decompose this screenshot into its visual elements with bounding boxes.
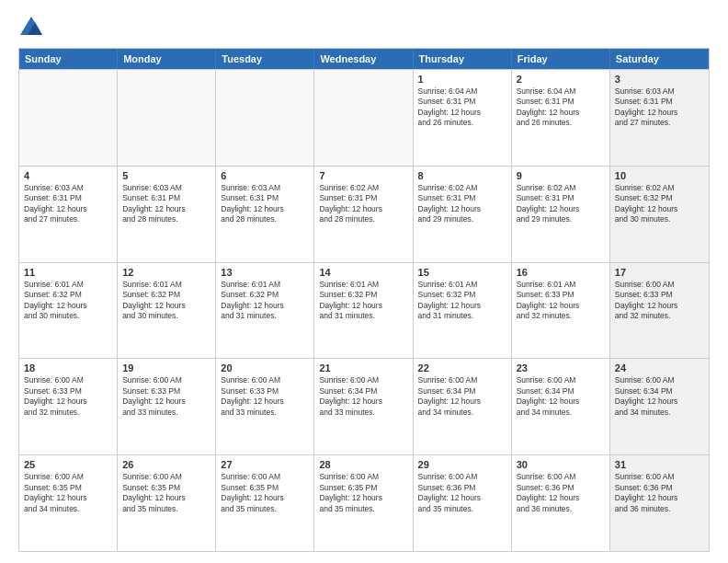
calendar-header: SundayMondayTuesdayWednesdayThursdayFrid… [19,49,709,69]
cal-cell [314,70,413,166]
cell-info: Sunrise: 6:00 AM Sunset: 6:33 PM Dayligh… [221,375,309,418]
cell-info: Sunrise: 6:00 AM Sunset: 6:35 PM Dayligh… [122,472,210,514]
cell-info: Sunrise: 6:03 AM Sunset: 6:31 PM Dayligh… [221,183,309,225]
cal-cell: 22Sunrise: 6:00 AM Sunset: 6:34 PM Dayli… [414,359,512,454]
day-number: 14 [319,267,407,278]
cell-info: Sunrise: 6:01 AM Sunset: 6:32 PM Dayligh… [122,280,210,322]
day-number: 17 [615,267,704,278]
day-number: 19 [122,362,210,373]
day-number: 12 [122,267,210,278]
cell-info: Sunrise: 6:01 AM Sunset: 6:32 PM Dayligh… [24,280,112,322]
day-number: 10 [615,170,704,181]
cell-info: Sunrise: 6:01 AM Sunset: 6:32 PM Dayligh… [418,280,506,322]
cal-row: 11Sunrise: 6:01 AM Sunset: 6:32 PM Dayli… [19,262,709,359]
cal-cell: 12Sunrise: 6:01 AM Sunset: 6:32 PM Dayli… [118,263,216,359]
day-number: 20 [221,362,309,373]
day-number: 16 [517,267,605,278]
cell-info: Sunrise: 6:04 AM Sunset: 6:31 PM Dayligh… [418,86,506,129]
cal-cell: 4Sunrise: 6:03 AM Sunset: 6:31 PM Daylig… [19,167,118,262]
header [18,15,710,40]
cell-info: Sunrise: 6:00 AM Sunset: 6:33 PM Dayligh… [24,375,112,418]
cal-row: 18Sunrise: 6:00 AM Sunset: 6:33 PM Dayli… [19,358,709,454]
cal-cell: 18Sunrise: 6:00 AM Sunset: 6:33 PM Dayli… [19,359,118,454]
day-number: 30 [517,459,605,470]
cell-info: Sunrise: 6:00 AM Sunset: 6:35 PM Dayligh… [319,472,407,514]
day-number: 21 [319,362,407,373]
cal-cell [19,70,118,166]
cell-info: Sunrise: 6:00 AM Sunset: 6:34 PM Dayligh… [319,375,407,418]
cal-cell: 1Sunrise: 6:04 AM Sunset: 6:31 PM Daylig… [414,70,512,166]
cal-header-cell: Sunday [19,49,118,69]
cell-info: Sunrise: 6:00 AM Sunset: 6:35 PM Dayligh… [221,472,309,514]
cal-cell: 19Sunrise: 6:00 AM Sunset: 6:33 PM Dayli… [118,359,216,454]
cell-info: Sunrise: 6:02 AM Sunset: 6:31 PM Dayligh… [517,183,605,225]
day-number: 3 [615,74,704,85]
day-number: 25 [24,459,112,470]
day-number: 31 [615,459,704,470]
cell-info: Sunrise: 6:00 AM Sunset: 6:34 PM Dayligh… [418,375,506,418]
cell-info: Sunrise: 6:00 AM Sunset: 6:34 PM Dayligh… [517,375,605,418]
day-number: 29 [418,459,506,470]
day-number: 23 [517,362,605,373]
cal-cell: 10Sunrise: 6:02 AM Sunset: 6:32 PM Dayli… [610,167,709,262]
cal-header-cell: Wednesday [314,49,413,69]
cell-info: Sunrise: 6:03 AM Sunset: 6:31 PM Dayligh… [24,183,112,225]
cal-cell: 2Sunrise: 6:04 AM Sunset: 6:31 PM Daylig… [512,70,610,166]
cal-cell [118,70,216,166]
day-number: 9 [517,170,605,181]
cal-cell: 3Sunrise: 6:03 AM Sunset: 6:31 PM Daylig… [610,70,709,166]
cell-info: Sunrise: 6:02 AM Sunset: 6:32 PM Dayligh… [615,183,704,225]
cell-info: Sunrise: 6:03 AM Sunset: 6:31 PM Dayligh… [615,86,704,129]
cal-cell: 6Sunrise: 6:03 AM Sunset: 6:31 PM Daylig… [216,167,314,262]
cell-info: Sunrise: 6:02 AM Sunset: 6:31 PM Dayligh… [319,183,407,225]
cal-cell: 8Sunrise: 6:02 AM Sunset: 6:31 PM Daylig… [414,167,512,262]
day-number: 13 [221,267,309,278]
cal-cell: 24Sunrise: 6:00 AM Sunset: 6:34 PM Dayli… [610,359,709,454]
cal-header-cell: Monday [118,49,216,69]
cell-info: Sunrise: 6:00 AM Sunset: 6:36 PM Dayligh… [615,472,704,514]
cell-info: Sunrise: 6:01 AM Sunset: 6:33 PM Dayligh… [517,280,605,322]
cell-info: Sunrise: 6:01 AM Sunset: 6:32 PM Dayligh… [221,280,309,322]
cal-cell: 21Sunrise: 6:00 AM Sunset: 6:34 PM Dayli… [314,359,413,454]
cell-info: Sunrise: 6:00 AM Sunset: 6:34 PM Dayligh… [615,375,704,418]
day-number: 2 [517,74,605,85]
cal-cell [216,70,314,166]
cell-info: Sunrise: 6:00 AM Sunset: 6:36 PM Dayligh… [418,472,506,514]
cal-header-cell: Friday [512,49,610,69]
cell-info: Sunrise: 6:02 AM Sunset: 6:31 PM Dayligh… [418,183,506,225]
cell-info: Sunrise: 6:00 AM Sunset: 6:33 PM Dayligh… [615,280,704,322]
cal-cell: 27Sunrise: 6:00 AM Sunset: 6:35 PM Dayli… [216,455,314,551]
calendar-body: 1Sunrise: 6:04 AM Sunset: 6:31 PM Daylig… [19,69,709,551]
calendar: SundayMondayTuesdayWednesdayThursdayFrid… [18,48,710,552]
day-number: 7 [319,170,407,181]
page: SundayMondayTuesdayWednesdayThursdayFrid… [0,0,728,563]
cal-row: 4Sunrise: 6:03 AM Sunset: 6:31 PM Daylig… [19,166,709,262]
cal-cell: 9Sunrise: 6:02 AM Sunset: 6:31 PM Daylig… [512,167,610,262]
cal-cell: 16Sunrise: 6:01 AM Sunset: 6:33 PM Dayli… [512,263,610,359]
logo [18,15,48,40]
cal-cell: 17Sunrise: 6:00 AM Sunset: 6:33 PM Dayli… [610,263,709,359]
cal-cell: 5Sunrise: 6:03 AM Sunset: 6:31 PM Daylig… [118,167,216,262]
cal-cell: 11Sunrise: 6:01 AM Sunset: 6:32 PM Dayli… [19,263,118,359]
day-number: 28 [319,459,407,470]
cal-cell: 20Sunrise: 6:00 AM Sunset: 6:33 PM Dayli… [216,359,314,454]
day-number: 27 [221,459,309,470]
cell-info: Sunrise: 6:00 AM Sunset: 6:33 PM Dayligh… [122,375,210,418]
day-number: 24 [615,362,704,373]
logo-icon [18,15,44,40]
cal-cell: 13Sunrise: 6:01 AM Sunset: 6:32 PM Dayli… [216,263,314,359]
cal-cell: 25Sunrise: 6:00 AM Sunset: 6:35 PM Dayli… [19,455,118,551]
cal-cell: 14Sunrise: 6:01 AM Sunset: 6:32 PM Dayli… [314,263,413,359]
cal-row: 1Sunrise: 6:04 AM Sunset: 6:31 PM Daylig… [19,69,709,166]
day-number: 8 [418,170,506,181]
cell-info: Sunrise: 6:00 AM Sunset: 6:36 PM Dayligh… [517,472,605,514]
cell-info: Sunrise: 6:03 AM Sunset: 6:31 PM Dayligh… [122,183,210,225]
cal-cell: 29Sunrise: 6:00 AM Sunset: 6:36 PM Dayli… [414,455,512,551]
cal-cell: 31Sunrise: 6:00 AM Sunset: 6:36 PM Dayli… [610,455,709,551]
day-number: 15 [418,267,506,278]
cell-info: Sunrise: 6:00 AM Sunset: 6:35 PM Dayligh… [24,472,112,514]
cal-header-cell: Saturday [610,49,709,69]
day-number: 1 [418,74,506,85]
day-number: 5 [122,170,210,181]
cal-cell: 28Sunrise: 6:00 AM Sunset: 6:35 PM Dayli… [314,455,413,551]
